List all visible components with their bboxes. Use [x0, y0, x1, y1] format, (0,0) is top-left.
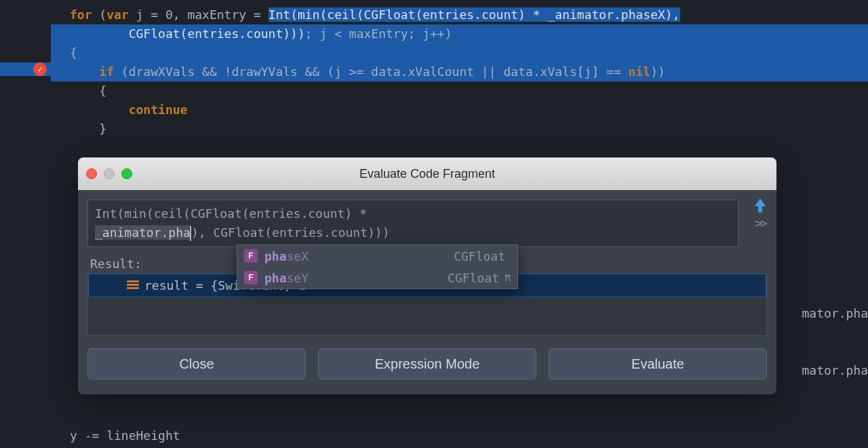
keyword-continue: continue — [70, 102, 187, 117]
autocomplete-popup[interactable]: F phaseX CGFloat F phaseY CGFloat π — [237, 244, 518, 289]
expression-mode-button[interactable]: Expression Mode — [318, 348, 536, 379]
close-button[interactable]: Close — [87, 348, 306, 379]
keyword-var: var — [106, 7, 136, 22]
dialog-title: Evaluate Code Fragment — [78, 167, 776, 181]
expression-input[interactable]: Int(min(ceil(CGFloat(entries.count) * _a… — [87, 200, 738, 247]
code-line[interactable]: for (var j = 0, maxEntry = Int(min(ceil(… — [51, 5, 868, 24]
autocomplete-item[interactable]: F phaseY CGFloat π — [237, 267, 517, 288]
expand-icon[interactable]: >> — [755, 216, 766, 230]
bottom-code: y -= lineHeight — [51, 426, 180, 445]
autocomplete-type: CGFloat — [448, 271, 499, 285]
code-line[interactable]: if (drawXVals && !drawYVals && (j >= dat… — [51, 62, 868, 81]
autocomplete-type: CGFloat — [454, 249, 505, 263]
autocomplete-item[interactable]: F phaseX CGFloat — [237, 245, 517, 267]
background-code: mator.pha mator.pha * 100.0 — [802, 266, 868, 448]
code-line[interactable]: CGFloat(entries.count))); j < maxEntry; … — [51, 24, 868, 43]
history-up-icon[interactable] — [755, 198, 766, 206]
gutter[interactable] — [0, 62, 51, 76]
result-empty — [88, 297, 766, 335]
keyword-if: if — [70, 64, 121, 79]
pi-icon: π — [505, 272, 511, 284]
code-editor[interactable]: for (var j = 0, maxEntry = Int(min(ceil(… — [0, 0, 868, 138]
selection: Int(min(ceil(CGFloat(entries.count) * _a… — [269, 7, 680, 22]
expression-selection: _animator.pha — [95, 225, 191, 240]
code-line[interactable]: { — [51, 43, 868, 62]
field-badge-icon: F — [244, 249, 258, 263]
dialog-titlebar[interactable]: Evaluate Code Fragment — [78, 157, 776, 190]
keyword-for: for — [70, 7, 99, 22]
breakpoint-icon[interactable] — [33, 62, 47, 76]
code-line[interactable]: continue — [51, 100, 868, 119]
code-line[interactable]: { — [51, 81, 868, 100]
keyword-nil: nil — [629, 64, 651, 79]
code-line[interactable]: } — [51, 119, 868, 138]
struct-icon — [127, 280, 139, 290]
field-badge-icon: F — [244, 271, 258, 284]
evaluate-button[interactable]: Evaluate — [549, 348, 767, 379]
